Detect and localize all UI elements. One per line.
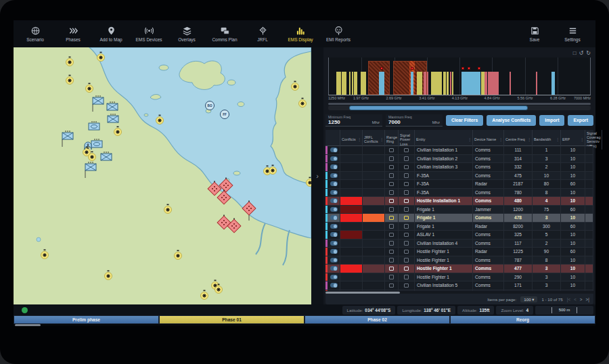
- spectrum-band[interactable]: [461, 72, 480, 95]
- spectrum-band[interactable]: [488, 72, 499, 95]
- table-row[interactable]: Civilian Installation 5Comms171310: [325, 281, 593, 290]
- timeline-scroll-thumb[interactable]: [15, 324, 41, 326]
- phase-segment-prelim-phase[interactable]: Prelim phase: [14, 315, 159, 324]
- phase-segment-reorg[interactable]: Reorg: [450, 315, 595, 324]
- min-freq-input[interactable]: Minimum Freq 1250 Mhz: [325, 114, 382, 127]
- table-row[interactable]: Civilian Installation 3Comms332210: [325, 163, 593, 172]
- row-toggle[interactable]: [330, 232, 338, 237]
- range-ring-checkbox[interactable]: [389, 258, 394, 263]
- spectrum-band[interactable]: [481, 72, 484, 95]
- spectrum-band[interactable]: [336, 72, 341, 95]
- row-toggle[interactable]: [330, 198, 338, 203]
- table-row[interactable]: Hostile Fighter 1Radar12259060: [325, 248, 593, 256]
- items-per-page-select[interactable]: 100 ▾: [520, 296, 537, 302]
- range-ring-checkbox[interactable]: [389, 156, 394, 161]
- signal-power-loss-checkbox[interactable]: [404, 224, 409, 229]
- signal-power-loss-checkbox[interactable]: [404, 216, 409, 221]
- toolbar-item-jrfl[interactable]: JRFL: [244, 26, 281, 42]
- spectrum-band[interactable]: [510, 72, 511, 95]
- range-ring-checkbox[interactable]: [389, 207, 394, 212]
- next-page-icon[interactable]: >: [580, 297, 583, 302]
- row-toggle[interactable]: [330, 258, 338, 263]
- ship-unit-symbol[interactable]: FF: [221, 110, 229, 119]
- first-page-icon[interactable]: |<: [567, 297, 570, 302]
- spectrum-band[interactable]: [411, 72, 413, 95]
- max-freq-input[interactable]: Maximum Freq 7000 Mhz: [386, 114, 443, 127]
- spectrum-band[interactable]: [379, 72, 384, 95]
- signal-power-loss-checkbox[interactable]: [404, 275, 409, 279]
- row-toggle[interactable]: [330, 249, 338, 254]
- row-toggle[interactable]: [330, 224, 338, 229]
- toolbar-item-add-to-map[interactable]: Add to Map: [92, 26, 130, 42]
- signal-power-loss-checkbox[interactable]: [404, 182, 409, 187]
- row-toggle[interactable]: [330, 147, 338, 152]
- table-row[interactable]: Hostile Fighter 1Comms290310: [325, 273, 593, 282]
- row-toggle[interactable]: [330, 164, 338, 169]
- row-toggle[interactable]: [330, 181, 338, 186]
- spectrum-band[interactable]: [450, 72, 451, 95]
- row-toggle[interactable]: [330, 241, 338, 246]
- signal-power-loss-checkbox[interactable]: [404, 199, 409, 204]
- column-menu-icon[interactable]: ⋮: [556, 137, 560, 142]
- column-menu-icon[interactable]: ⋮: [468, 137, 472, 142]
- clear-filters-button[interactable]: Clear Filters: [446, 115, 483, 126]
- spectrum-band[interactable]: [352, 72, 353, 95]
- range-ring-checkbox[interactable]: [389, 233, 394, 237]
- spectrum-band[interactable]: [417, 72, 422, 95]
- spectrum-band[interactable]: [536, 72, 537, 95]
- signal-power-loss-checkbox[interactable]: [404, 267, 409, 271]
- box-select-icon[interactable]: □: [573, 49, 577, 58]
- range-ring-checkbox[interactable]: [389, 165, 394, 170]
- column-menu-icon[interactable]: ⋮: [580, 137, 584, 142]
- range-ring-checkbox[interactable]: [389, 216, 394, 221]
- export-button[interactable]: Export: [568, 115, 593, 126]
- row-toggle[interactable]: [330, 266, 338, 271]
- signal-power-loss-checkbox[interactable]: [404, 258, 409, 263]
- signal-power-loss-checkbox[interactable]: [404, 148, 409, 153]
- spectrum-band[interactable]: [447, 72, 449, 95]
- spectrum-band[interactable]: [349, 72, 351, 95]
- signal-power-loss-checkbox[interactable]: [404, 233, 409, 237]
- range-ring-checkbox[interactable]: [389, 283, 394, 288]
- spectrum-band[interactable]: [361, 72, 365, 95]
- column-menu-icon[interactable]: ⋮: [380, 137, 384, 142]
- refresh-icon[interactable]: ↻: [586, 49, 591, 58]
- range-ring-checkbox[interactable]: [389, 267, 394, 271]
- row-toggle[interactable]: [330, 283, 338, 288]
- signal-power-loss-checkbox[interactable]: [404, 241, 409, 246]
- phase-segment-phase-02[interactable]: Phase 02: [304, 315, 450, 324]
- range-ring-checkbox[interactable]: [389, 224, 394, 229]
- range-ring-checkbox[interactable]: [389, 148, 394, 153]
- column-menu-icon[interactable]: ⋮: [527, 137, 531, 142]
- toolbar-item-save[interactable]: Save: [516, 26, 554, 42]
- range-ring-checkbox[interactable]: [389, 199, 394, 204]
- spectrum-band[interactable]: [551, 72, 555, 95]
- toolbar-item-settings[interactable]: Settings: [554, 26, 591, 42]
- table-row[interactable]: F-35ARadar21878060: [325, 180, 593, 189]
- table-row[interactable]: Frigate 1Comms478310: [325, 214, 593, 223]
- range-ring-checkbox[interactable]: [389, 182, 394, 187]
- table-row[interactable]: Hostile Fighter 1Comms787810: [325, 256, 593, 265]
- toolbar-item-ems-devices[interactable]: EMS Devices: [130, 26, 168, 42]
- range-ring-checkbox[interactable]: [389, 173, 394, 178]
- table-row[interactable]: F-35AComms780810: [325, 189, 593, 198]
- spectrum-band[interactable]: [342, 72, 346, 95]
- range-ring-checkbox[interactable]: [389, 275, 394, 279]
- range-ring-checkbox[interactable]: [389, 190, 394, 195]
- spectrum-scroll-thumb[interactable]: [349, 106, 528, 110]
- spectrum-band[interactable]: [443, 72, 446, 95]
- spectrum-band[interactable]: [452, 72, 453, 95]
- signal-power-loss-checkbox[interactable]: [404, 190, 409, 195]
- prev-page-icon[interactable]: <: [574, 297, 577, 302]
- table-row[interactable]: F-35AComms4751010: [325, 172, 593, 181]
- phase-segment-phase-01[interactable]: Phase 01: [159, 315, 304, 324]
- spectrum-band[interactable]: [424, 72, 426, 95]
- signal-power-loss-checkbox[interactable]: [404, 250, 409, 254]
- spectrum-band[interactable]: [431, 72, 442, 95]
- table-row[interactable]: Frigate 1Jammer12007560: [325, 206, 593, 214]
- ship-unit-symbol[interactable]: BO: [206, 101, 215, 110]
- table-row[interactable]: Civilian Installation 2Comms314310: [325, 155, 593, 164]
- row-toggle[interactable]: [330, 173, 338, 178]
- toolbar-item-scenario[interactable]: Scenario: [16, 26, 54, 42]
- map-view[interactable]: BOFF: [14, 47, 311, 304]
